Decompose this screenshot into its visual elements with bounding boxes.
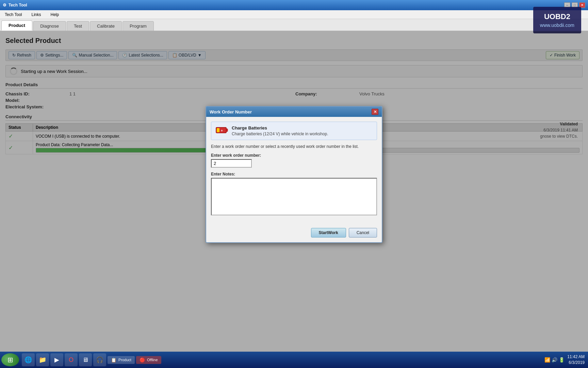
tab-diagnose[interactable]: Diagnose [33,21,66,31]
taskbar-product-icon: 📋 [111,357,116,363]
taskbar-media-icon[interactable]: ▶ [50,353,63,366]
work-order-dialog: Work Order Number ✕ + Charge Batteries [206,106,382,243]
charge-batteries-title: Charge Batteries [232,125,328,131]
app-icon: ⚙ [3,3,6,7]
work-order-input[interactable] [211,159,252,168]
title-bar: ⚙ Tech Tool ─ □ ✕ [0,0,588,10]
dialog-close-button[interactable]: ✕ [372,109,378,115]
menu-help[interactable]: Help [49,12,61,18]
menu-bar: Tech Tool Links Help [0,10,588,19]
tab-test[interactable]: Test [67,21,89,31]
tab-calibrate[interactable]: Calibrate [90,21,122,31]
dialog-title: Work Order Number [210,109,252,114]
taskbar-clock: 11:42 AM 6/3/2019 [567,354,585,366]
charge-info: Charge Batteries Charge batteries (12/24… [232,125,328,136]
start-button[interactable]: ⊞ [1,353,19,366]
dialog-info-text: Enter a work order number or select a re… [211,144,377,149]
taskbar-opera-icon[interactable]: O [65,353,78,366]
dialog-body: + Charge Batteries Charge batteries (12/… [206,117,382,225]
notes-textarea[interactable] [211,178,377,215]
volume-tray-icon: 🔊 [552,357,557,363]
taskbar-headset-icon[interactable]: 🎧 [93,353,106,366]
taskbar-network-icon[interactable]: 🖥 [79,353,92,366]
modal-overlay: Work Order Number ✕ + Charge Batteries [0,31,588,352]
svg-text:+: + [221,129,223,133]
taskbar-right: 📶 🔊 🔋 11:42 AM 6/3/2019 [544,354,587,366]
clock-date: 6/3/2019 [567,360,585,366]
svg-rect-2 [217,128,219,132]
cancel-button[interactable]: Cancel [349,228,377,237]
network-tray-icon: 📶 [544,357,550,363]
svg-rect-1 [226,129,228,132]
app-title: Tech Tool [9,3,27,7]
taskbar-product-label: Product [118,358,131,362]
taskbar: ⊞ 🌐 📁 ▶ O 🖥 🎧 📋 Product 🔴 Offline 📶 🔊 🔋 … [0,352,588,368]
charge-batteries-desc: Charge batteries (12/24 V) while vehicle… [232,132,328,136]
watermark-line2: www.uobdii.com [540,22,574,29]
clock-time: 11:42 AM [567,354,585,360]
taskbar-offline-app[interactable]: 🔴 Offline [136,356,161,364]
charge-notice: + Charge Batteries Charge batteries (12/… [211,122,377,140]
notes-label: Enter Notes: [211,172,377,177]
battery-icon: + [215,125,228,135]
start-work-button[interactable]: StartWork [311,228,346,237]
dialog-footer: StartWork Cancel [206,225,382,242]
menu-links[interactable]: Links [29,12,43,18]
watermark: UOBD2 www.uobdii.com [533,7,581,33]
title-bar-left: ⚙ Tech Tool [3,3,27,7]
taskbar-folder-icon[interactable]: 📁 [36,353,49,366]
battery-tray-icon: 🔋 [559,357,565,363]
taskbar-product-app[interactable]: 📋 Product [108,356,135,364]
tab-bar: Product Diagnose Test Calibrate Program [0,19,588,31]
dialog-title-bar: Work Order Number ✕ [206,107,382,117]
taskbar-offline-label: Offline [147,358,158,362]
work-order-label: Enter work order number: [211,153,377,158]
tab-product[interactable]: Product [1,20,32,31]
taskbar-offline-icon: 🔴 [140,357,145,363]
sys-tray-icons: 📶 🔊 🔋 [544,357,565,363]
tab-program[interactable]: Program [122,21,154,31]
watermark-line1: UOBD2 [540,12,574,22]
menu-tech-tool[interactable]: Tech Tool [3,12,24,18]
main-content: Selected Product ↻ Refresh ⚙ Settings...… [0,31,588,352]
taskbar-ie-icon[interactable]: 🌐 [22,353,35,366]
